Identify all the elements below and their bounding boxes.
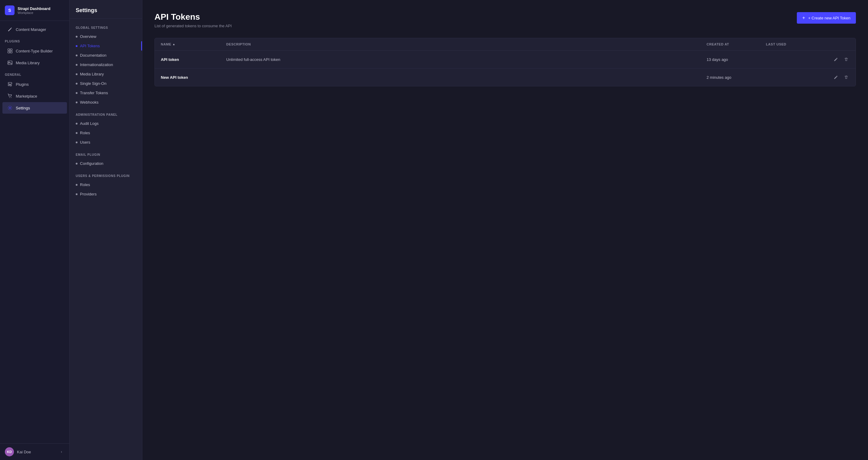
token-actions-1 [825,56,849,63]
col-header-created-at: CREATED AT [707,42,761,46]
bullet-configuration [76,163,78,165]
bullet-internationalization [76,64,78,66]
bullet-webhooks [76,102,78,103]
delete-token-2-button[interactable] [843,74,849,81]
token-name-1: API token [161,57,221,62]
image-icon [7,60,13,65]
settings-item-single-sign-on[interactable]: Single Sign-On [70,79,142,88]
bullet-overview [76,36,78,37]
delete-token-1-button[interactable] [843,56,849,63]
sidebar-item-marketplace[interactable]: Marketplace [2,90,67,102]
api-tokens-table: NAME ▲ DESCRIPTION CREATED AT LAST USED … [154,38,856,86]
admin-panel-label: ADMINISTRATION PANEL [70,111,142,119]
svg-rect-0 [8,49,10,51]
settings-item-overview[interactable]: Overview [70,32,142,41]
sidebar: S Strapi Dashboard Workplace Content Man… [0,0,70,460]
settings-panel-title: Settings [70,7,142,19]
settings-item-documentation[interactable]: Documentation [70,51,142,60]
settings-item-providers[interactable]: Providers [70,190,142,199]
sidebar-item-media-library-label: Media Library [16,61,40,65]
sidebar-item-settings-label: Settings [16,106,30,110]
token-created-at-2: 2 minutes ago [707,75,761,80]
edit-token-1-button[interactable] [833,56,839,63]
token-description-1: Unlimited full-access API token [226,57,702,62]
email-plugin-label: EMAIL PLUGIN [70,151,142,159]
edit-icon [7,27,13,32]
svg-point-7 [11,97,11,98]
col-header-description: DESCRIPTION [226,42,702,46]
sidebar-item-marketplace-label: Marketplace [16,94,37,98]
puzzle-icon-ctb [7,48,13,54]
cart-icon [7,93,13,99]
sidebar-item-content-manager-label: Content Manager [16,27,46,32]
general-section-label: GENERAL [0,69,69,78]
avatar: KD [5,447,14,456]
svg-point-6 [9,97,10,98]
page-title: API Tokens [154,12,232,22]
gear-icon [7,105,13,111]
sidebar-item-content-type-builder[interactable]: Content-Type Builder [2,45,67,57]
app-logo: S [5,5,14,15]
app-title-group: Strapi Dashboard Workplace [18,6,50,15]
app-name: Strapi Dashboard [18,6,50,11]
settings-item-up-roles[interactable]: Roles [70,180,142,190]
bullet-media-library [76,73,78,75]
edit-token-2-button[interactable] [833,74,839,81]
settings-divider [70,19,142,19]
settings-item-api-tokens[interactable]: API Tokens [70,41,142,51]
collapse-sidebar-button[interactable]: ‹ [58,449,64,455]
svg-point-8 [9,107,11,109]
bullet-up-roles [76,184,78,186]
create-api-token-button[interactable]: + + Create new API Token [797,12,856,24]
table-header: NAME ▲ DESCRIPTION CREATED AT LAST USED [155,38,856,51]
settings-item-media-library-setting[interactable]: Media Library [70,69,142,79]
sidebar-item-content-type-builder-label: Content-Type Builder [16,49,53,53]
sidebar-item-plugins-label: Plugins [16,82,29,87]
plus-icon: + [802,15,805,21]
bullet-sso [76,83,78,85]
col-header-name: NAME ▲ [161,42,221,46]
sidebar-item-content-manager[interactable]: Content Manager [2,24,67,35]
svg-rect-2 [8,51,10,53]
svg-rect-1 [10,49,12,51]
sidebar-footer: KD Kai Doe ‹ [0,443,69,460]
bullet-documentation [76,55,78,56]
sidebar-item-plugins[interactable]: Plugins [2,79,67,90]
sidebar-item-media-library[interactable]: Media Library [2,57,67,68]
settings-item-internationalization[interactable]: Internationalization [70,60,142,69]
col-header-last-used: LAST USED [766,42,820,46]
bullet-users [76,142,78,143]
bullet-transfer-tokens [76,92,78,94]
sort-icon-name[interactable]: ▲ [173,43,175,46]
settings-item-configuration[interactable]: Configuration [70,159,142,168]
settings-item-roles[interactable]: Roles [70,128,142,138]
settings-item-webhooks[interactable]: Webhooks [70,97,142,107]
svg-rect-3 [10,51,12,53]
svg-rect-4 [8,61,12,64]
col-header-actions [825,42,849,46]
workspace-label: Workplace [18,11,50,15]
sidebar-item-settings[interactable]: Settings [2,102,67,114]
bullet-providers [76,193,78,195]
token-actions-2 [825,74,849,81]
global-settings-label: GLOBAL SETTINGS [70,24,142,32]
settings-item-audit-logs[interactable]: Audit Logs [70,119,142,128]
table-row: New API token 2 minutes ago [155,68,856,86]
page-header: API Tokens List of generated tokens to c… [154,12,856,28]
page-subtitle: List of generated tokens to consume the … [154,24,232,28]
bullet-roles [76,132,78,134]
page-title-group: API Tokens List of generated tokens to c… [154,12,232,28]
user-name: Kai Doe [17,450,55,454]
settings-item-users[interactable]: Users [70,138,142,147]
sidebar-nav: Content Manager PLUGINS Content-Type Bui… [0,21,69,443]
settings-panel: Settings GLOBAL SETTINGS Overview API To… [70,0,142,460]
main-content: API Tokens List of generated tokens to c… [142,0,868,460]
puzzle-icon [7,82,13,87]
bullet-audit-logs [76,123,78,124]
table-row: API token Unlimited full-access API toke… [155,51,856,68]
plugins-section-label: PLUGINS [0,35,69,45]
users-permissions-label: USERS & PERMISSIONS PLUGIN [70,172,142,180]
settings-item-transfer-tokens[interactable]: Transfer Tokens [70,88,142,97]
token-name-2: New API token [161,75,221,80]
bullet-api-tokens [76,45,78,47]
